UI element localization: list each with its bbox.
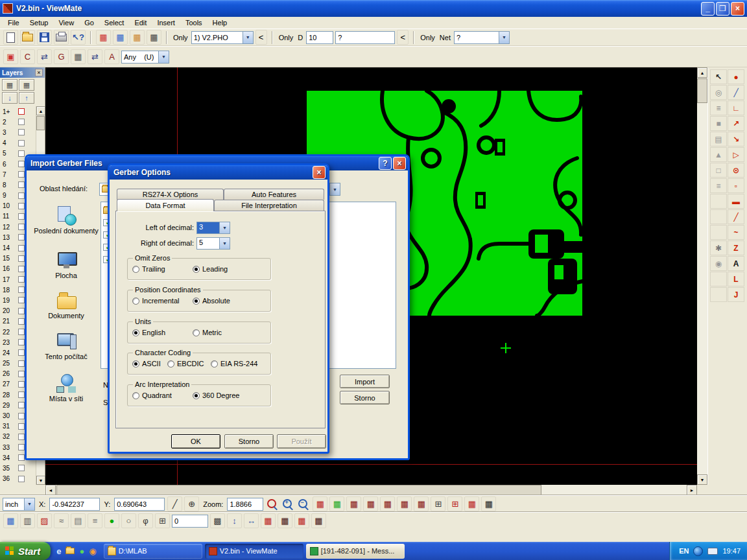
tool-icon[interactable]: φ	[138, 513, 153, 528]
import-button[interactable]: Import	[340, 375, 390, 388]
only-layer-label[interactable]: Only	[172, 34, 189, 41]
vertical-scrollbar[interactable]: ▲ ▼	[697, 67, 707, 485]
tool-icon[interactable]: ↕	[227, 513, 242, 528]
ok-button[interactable]: OK	[171, 434, 220, 449]
layers-panel-header[interactable]: Layers ×	[0, 67, 45, 78]
layer-color-checkbox[interactable]	[18, 181, 25, 188]
radio-icon[interactable]	[193, 329, 200, 336]
tool-icon[interactable]: ◎	[710, 85, 727, 100]
layer-color-checkbox[interactable]	[18, 381, 25, 388]
minimize-button[interactable]: _	[701, 2, 715, 16]
tool-icon[interactable]: ●	[728, 69, 744, 84]
menu-help[interactable]: Help	[208, 18, 233, 28]
tray-status-icon[interactable]	[693, 546, 703, 556]
prev-layer-button[interactable]: <	[255, 30, 267, 45]
tool-icon[interactable]: ≡	[710, 178, 727, 193]
radio-icon[interactable]	[167, 360, 174, 368]
radio-360-degree[interactable]: 360 Degree	[193, 391, 240, 399]
tool-icon[interactable]: ▦	[346, 496, 361, 511]
dcode-input[interactable]: 10	[306, 31, 333, 44]
tool-icon[interactable]: ▦	[481, 496, 496, 511]
layer-color-checkbox[interactable]	[18, 318, 25, 325]
tool-icon[interactable]: ▲	[710, 147, 727, 162]
tool-icon[interactable]: ▤	[710, 132, 727, 146]
cancel-button[interactable]: Storno	[340, 391, 390, 404]
radio-icon[interactable]	[132, 360, 139, 368]
net-select-combo[interactable]: ? ▼	[454, 31, 510, 44]
chevron-down-icon[interactable]: ▼	[243, 32, 253, 43]
layer-select-combo[interactable]: 1) V2.PHO ▼	[191, 31, 254, 44]
place-recent[interactable]: Poslední dokumenty	[33, 205, 99, 235]
tool-icon[interactable]: ▥	[20, 513, 35, 528]
new-button[interactable]	[3, 30, 18, 45]
keyboard-icon[interactable]	[707, 548, 718, 555]
y-coordinate-input[interactable]: 0.690643	[114, 498, 165, 511]
tool-icon[interactable]: ▫	[728, 178, 744, 193]
tool-icon[interactable]: ✱	[710, 240, 727, 255]
tool-icon[interactable]: ○	[121, 513, 136, 528]
tool-icon[interactable]: ⇄	[88, 49, 102, 64]
prev-dcode-button[interactable]: <	[397, 30, 409, 45]
tool-icon[interactable]: ▦	[464, 496, 479, 511]
radio-quadrant[interactable]: Quadrant	[132, 391, 172, 399]
layer-color-checkbox[interactable]	[18, 255, 25, 262]
menu-view[interactable]: View	[53, 18, 79, 28]
radio-incremental[interactable]: Incremental	[132, 297, 179, 305]
tool-icon[interactable]: G	[54, 49, 69, 64]
close-button[interactable]: ×	[731, 2, 744, 16]
tool-icon[interactable]	[710, 225, 727, 240]
layer-color-checkbox[interactable]	[18, 234, 25, 240]
layer-color-checkbox[interactable]	[18, 108, 25, 115]
chevron-down-icon[interactable]: ▼	[24, 498, 34, 510]
left-of-decimal-combo[interactable]: 3 ▼	[196, 222, 230, 234]
tool-icon[interactable]: ▦	[278, 513, 292, 528]
layer-color-checkbox[interactable]	[18, 150, 25, 157]
tab-file-interpretation[interactable]: File Interpretation	[214, 200, 324, 211]
tool-icon[interactable]: ~	[728, 225, 744, 240]
zoom-out-icon[interactable]: −	[297, 498, 310, 511]
tool-icon[interactable]: ▦	[397, 496, 412, 511]
tool-icon[interactable]: ▦	[71, 49, 86, 64]
taskbar-item-viewmate[interactable]: V2.bin - ViewMate	[205, 544, 303, 559]
tool-icon[interactable]: ▦	[294, 513, 309, 528]
tool-icon[interactable]: ▦	[2, 79, 18, 91]
menu-select[interactable]: Select	[99, 18, 130, 28]
tool-icon[interactable]: Z	[728, 240, 744, 255]
layer-row-35[interactable]: 35	[0, 463, 36, 473]
apply-button[interactable]: Použít	[277, 434, 326, 449]
tool-icon[interactable]: ↓	[2, 92, 18, 104]
tool-icon[interactable]: A	[104, 49, 119, 64]
layer-color-checkbox[interactable]	[18, 203, 25, 209]
tool-icon[interactable]: ▦	[19, 79, 34, 91]
layer-color-checkbox[interactable]	[18, 476, 25, 482]
horizontal-scrollbar[interactable]: ◄ ►	[45, 485, 697, 495]
layer-color-checkbox[interactable]	[18, 349, 25, 356]
zoom-in-icon[interactable]: +	[281, 498, 294, 511]
tool-icon[interactable]: ⇄	[37, 49, 52, 64]
close-button[interactable]: ×	[393, 157, 406, 170]
scroll-down-icon[interactable]: ▼	[36, 476, 45, 485]
radio-icon[interactable]	[132, 329, 139, 336]
layer-color-checkbox[interactable]	[18, 413, 25, 419]
tool-icon[interactable]: ■	[710, 116, 727, 131]
menu-file[interactable]: File	[3, 18, 25, 28]
dialog-title-bar[interactable]: Gerber Options ×	[110, 165, 327, 180]
tool-icon[interactable]: ↖	[710, 69, 727, 84]
radio-icon[interactable]	[132, 298, 139, 305]
menu-setup[interactable]: Setup	[25, 18, 54, 28]
tool-icon[interactable]: ▩	[210, 513, 225, 528]
tool-icon[interactable]: ▦	[329, 496, 344, 511]
tab-auto-features[interactable]: Auto Features	[224, 189, 324, 200]
chevron-down-icon[interactable]: ▼	[219, 222, 230, 233]
layer-color-checkbox[interactable]	[18, 308, 25, 314]
scroll-right-icon[interactable]: ►	[687, 485, 697, 495]
layer-row-2[interactable]: 2	[0, 117, 36, 127]
tool-icon[interactable]: ↑	[19, 92, 34, 104]
layer-color-checkbox[interactable]	[18, 454, 25, 461]
layer-color-checkbox[interactable]	[18, 423, 25, 430]
layer-color-checkbox[interactable]	[18, 286, 25, 293]
language-indicator[interactable]: EN	[679, 547, 689, 555]
layer-color-checkbox[interactable]	[18, 360, 25, 367]
radio-ebcdic[interactable]: EBCDIC	[167, 360, 204, 368]
only-net-label[interactable]: Only	[419, 34, 436, 41]
